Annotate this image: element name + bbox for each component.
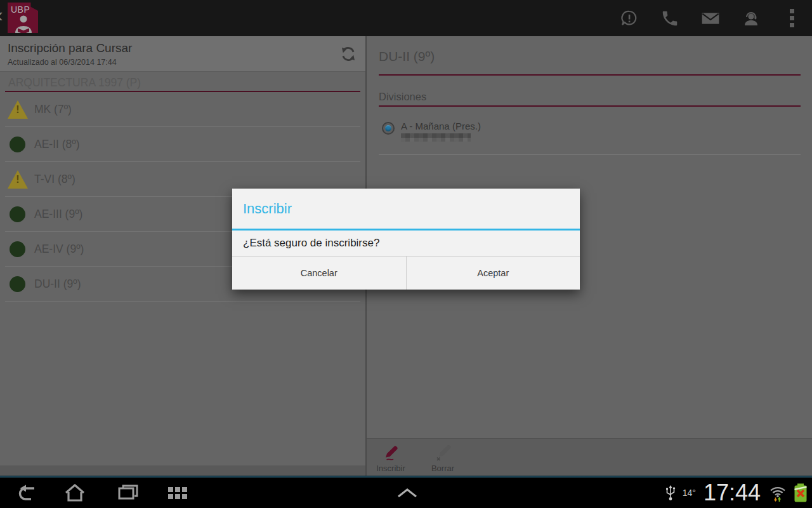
phone-button[interactable] xyxy=(650,0,690,36)
radio-button-selected[interactable] xyxy=(382,122,395,135)
action-bar: ‹ UBP xyxy=(0,0,812,36)
refresh-icon xyxy=(339,44,358,64)
nav-recents-button[interactable] xyxy=(114,478,142,508)
accept-button[interactable]: Aceptar xyxy=(406,257,580,290)
home-icon xyxy=(63,483,86,503)
list-item[interactable]: MK (7º) xyxy=(0,92,365,127)
back-icon xyxy=(15,483,39,503)
program-section-header: ARQUITECTURA 1997 (P) xyxy=(0,72,365,92)
overflow-menu-button[interactable] xyxy=(771,0,812,36)
confirm-dialog: Inscribir ¿Está seguro de inscribirse? C… xyxy=(232,189,580,290)
program-section-label: ARQUITECTURA 1997 (P) xyxy=(8,76,141,89)
pen-erase-icon xyxy=(433,444,452,463)
mail-button[interactable] xyxy=(690,0,731,36)
app-logo[interactable]: UBP xyxy=(8,3,38,33)
division-texts: A - Mañana (Pres.) xyxy=(401,121,481,142)
divisions-section-header: Divisiones xyxy=(379,91,801,103)
battery-icon xyxy=(793,483,808,503)
apps-grid-icon xyxy=(168,487,187,499)
left-panel-header: Inscripción para Cursar Actualizado al 0… xyxy=(0,36,365,72)
left-panel-bottom-strip xyxy=(0,465,365,476)
course-status-icon xyxy=(8,100,28,119)
action-bar-icons xyxy=(609,0,812,36)
status-cluster: 14° 17:44 xyxy=(664,478,808,508)
refresh-button[interactable] xyxy=(339,44,358,64)
alerts-button[interactable] xyxy=(609,0,650,36)
app-logo-text: UBP xyxy=(11,4,30,15)
pen-icon xyxy=(381,444,400,463)
nav-back-button[interactable] xyxy=(13,478,41,508)
temperature-label: 14° xyxy=(683,488,696,498)
phone-icon xyxy=(660,9,679,28)
course-detail-title: DU-II (9º) xyxy=(379,49,801,64)
redacted-teacher-name xyxy=(401,133,471,142)
title-underline xyxy=(379,74,801,76)
nav-apps-button[interactable] xyxy=(165,478,190,508)
support-button[interactable] xyxy=(731,0,771,36)
back-chevron[interactable]: ‹ xyxy=(0,4,3,25)
dialog-title: Inscribir xyxy=(232,189,580,229)
course-status-icon xyxy=(8,170,28,189)
division-divider xyxy=(379,154,801,155)
division-label: A - Mañana (Pres.) xyxy=(401,121,481,131)
course-status-icon xyxy=(8,240,28,258)
course-status-icon xyxy=(8,205,28,224)
list-item[interactable]: AE-II (8º) xyxy=(0,127,365,162)
recents-icon xyxy=(117,483,140,503)
inscribir-button[interactable]: Inscribir xyxy=(367,439,415,476)
system-navigation-bar: 14° 17:44 xyxy=(0,478,812,508)
section-underline xyxy=(379,105,801,107)
nav-home-button[interactable] xyxy=(61,478,89,508)
page-title: Inscripción para Cursar xyxy=(8,41,358,55)
borrar-button[interactable]: Borrar xyxy=(419,439,467,476)
clock: 17:44 xyxy=(704,479,761,506)
course-status-icon xyxy=(8,275,28,293)
person-reading-icon xyxy=(13,14,34,33)
usb-icon xyxy=(664,485,677,501)
dialog-buttons: Cancelar Aceptar xyxy=(232,257,580,290)
left-panel-empty-area xyxy=(0,302,365,465)
nav-collapse-button[interactable] xyxy=(393,478,421,508)
wifi-icon xyxy=(768,483,787,502)
division-option[interactable]: A - Mañana (Pres.) xyxy=(382,121,801,142)
alert-chat-icon xyxy=(620,9,639,28)
course-status-icon xyxy=(8,135,28,154)
cancel-button[interactable]: Cancelar xyxy=(232,257,406,290)
overflow-menu-icon xyxy=(790,9,794,27)
support-contact-icon xyxy=(742,9,761,28)
chevron-up-icon xyxy=(395,486,420,499)
bottom-action-toolbar: Inscribir Borrar xyxy=(367,438,812,476)
mail-icon xyxy=(700,8,721,29)
updated-timestamp: Actualizado al 06/3/2014 17:44 xyxy=(8,58,358,67)
dialog-message: ¿Está seguro de inscribirse? xyxy=(232,231,580,257)
